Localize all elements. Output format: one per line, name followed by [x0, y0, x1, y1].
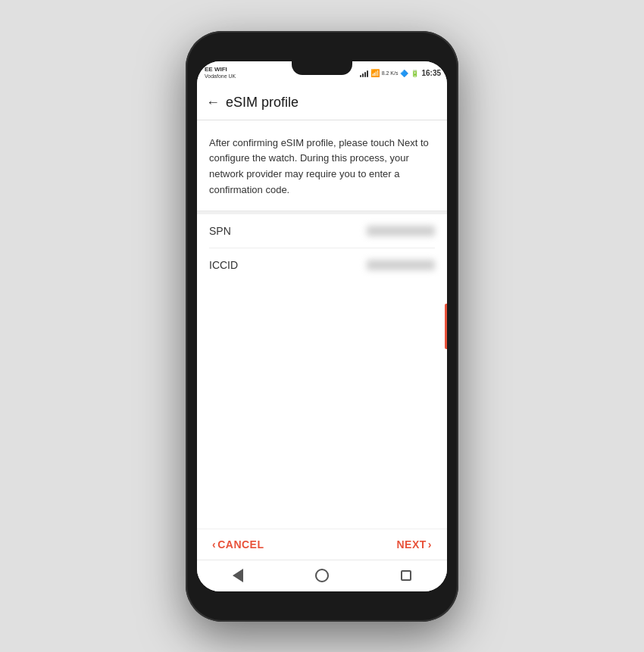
phone-screen: EE WIFI Vodafone UK 📶 8.2 K/s 🔷 🔋 16:35 …: [197, 61, 447, 591]
cancel-button[interactable]: ‹ CANCEL: [212, 538, 264, 551]
cancel-chevron: ‹: [212, 538, 216, 551]
notch: [292, 61, 352, 75]
status-bar-right: 📶 8.2 K/s 🔷 🔋 16:35: [360, 69, 441, 77]
description-text: After confirming eSIM profile, please to…: [209, 136, 435, 198]
carrier2-label: Vodafone UK: [205, 73, 236, 80]
iccid-label: ICCID: [209, 259, 238, 271]
carrier-label: EE WIFI: [205, 67, 227, 73]
description-section: After confirming eSIM profile, please to…: [197, 120, 447, 211]
nav-bar: [197, 560, 447, 591]
table-row: SPN: [209, 214, 435, 248]
main-content: After confirming eSIM profile, please to…: [197, 120, 447, 529]
spn-value: [367, 226, 435, 236]
iccid-value: [367, 260, 435, 270]
page-header: ← eSIM profile: [197, 86, 447, 120]
bluetooth-icon: 🔷: [400, 70, 408, 77]
phone-device: EE WIFI Vodafone UK 📶 8.2 K/s 🔷 🔋 16:35 …: [186, 31, 458, 622]
profile-info-table: SPN ICCID: [197, 214, 447, 282]
cancel-label: CANCEL: [217, 538, 264, 551]
next-chevron: ›: [428, 538, 432, 551]
signal-icon: [360, 70, 368, 77]
next-label: NEXT: [396, 538, 426, 551]
time-label: 16:35: [421, 69, 441, 77]
page-title: eSIM profile: [226, 95, 299, 111]
red-accent-bar: [445, 304, 447, 349]
spn-label: SPN: [209, 225, 231, 237]
back-nav-icon[interactable]: [233, 569, 243, 582]
battery-icon: 🔋: [411, 70, 419, 77]
home-nav-icon[interactable]: [315, 569, 329, 582]
recents-nav-icon[interactable]: [401, 570, 411, 581]
wifi-icon: 📶: [370, 69, 380, 77]
status-bar-left: EE WIFI Vodafone UK: [205, 67, 236, 79]
bottom-buttons: ‹ CANCEL NEXT ›: [197, 529, 447, 560]
table-row: ICCID: [209, 248, 435, 282]
status-bar: EE WIFI Vodafone UK 📶 8.2 K/s 🔷 🔋 16:35: [197, 61, 447, 86]
speed-label: 8.2 K/s: [382, 70, 399, 76]
back-button[interactable]: ←: [206, 95, 220, 111]
next-button[interactable]: NEXT ›: [396, 538, 432, 551]
